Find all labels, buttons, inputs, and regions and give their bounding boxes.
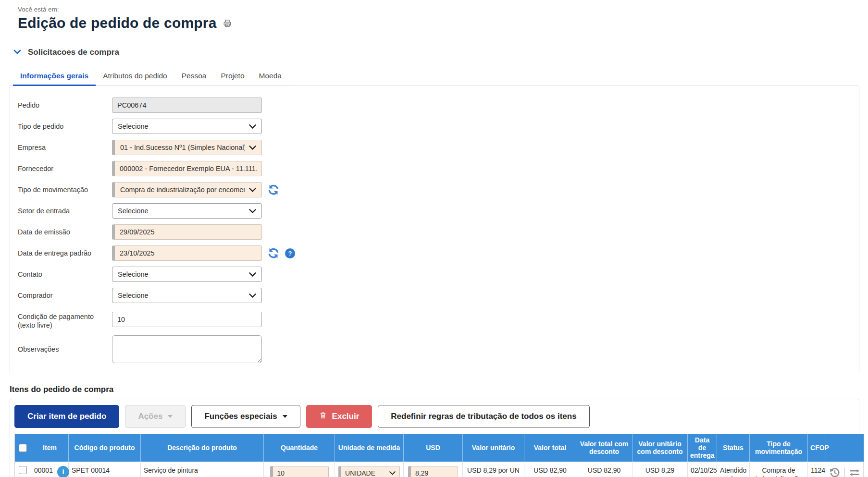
items-table: Item Código do produto Descrição do prod…: [14, 434, 864, 477]
tipo-pedido-value: Selecione: [118, 122, 149, 130]
chevron-down-icon: [249, 146, 256, 150]
refresh-data-entrega-button[interactable]: [267, 247, 280, 259]
chevron-down-icon: [13, 48, 21, 57]
create-item-button[interactable]: Criar item de pedido: [14, 405, 119, 428]
swap-arrows-icon[interactable]: [849, 467, 860, 477]
cell-item: 00001: [31, 462, 54, 477]
general-info-panel: Pedido Tipo de pedido Selecione Empresa …: [10, 86, 859, 373]
setor-entrada-label: Setor de entrada: [18, 203, 112, 219]
help-icon[interactable]: ?: [285, 248, 295, 258]
tab-moeda[interactable]: Moeda: [252, 67, 289, 86]
cell-data-entrega: 02/10/25: [688, 462, 717, 477]
tipo-movimentacao-select[interactable]: Compra de industrialização por encomenda: [112, 182, 262, 197]
chevron-down-icon: [389, 471, 396, 475]
redefine-tax-rules-label: Redefinir regras de tributação de todos …: [391, 412, 576, 421]
data-entrega-padrao-field[interactable]: [112, 245, 262, 261]
col-header-usd: USD: [404, 434, 463, 461]
printer-icon: [223, 22, 232, 29]
cell-descricao-produto: Serviço de pintura: [141, 462, 264, 477]
cell-valor-unitario-desconto: USD 8,29: [632, 462, 688, 477]
tab-atributos-do-pedido[interactable]: Atributos do pedido: [96, 67, 174, 86]
unidade-medida-value: UNIDADE: [345, 469, 375, 477]
empresa-label: Empresa: [18, 140, 112, 155]
empresa-select[interactable]: 01 - Ind.Sucesso Nº1 (Simples Nacional): [112, 140, 262, 155]
section-toggle-solicitacoes[interactable]: Solicitacoes de compra: [13, 48, 868, 57]
special-functions-dropdown-button[interactable]: Funções especiais: [191, 405, 300, 428]
data-emissao-label: Data de emissão: [18, 224, 112, 240]
col-header-actions: [826, 434, 864, 461]
select-all-checkbox[interactable]: [19, 444, 27, 452]
chevron-down-icon: [249, 209, 256, 213]
pedido-field[interactable]: [112, 98, 262, 113]
special-functions-label: Funções especiais: [204, 412, 277, 421]
fornecedor-field[interactable]: [112, 161, 262, 176]
refresh-movimentacao-button[interactable]: [267, 183, 280, 196]
observacoes-field[interactable]: [112, 335, 262, 363]
tipo-movimentacao-value: Compra de industrialização por encomenda: [120, 186, 245, 194]
cell-status: Atendido totalmente: [717, 462, 750, 477]
cell-valor-unitario: USD 8,29 por UN: [463, 462, 524, 477]
redefine-tax-rules-button[interactable]: Redefinir regras de tributação de todos …: [378, 405, 589, 428]
observacoes-label: Observações: [18, 335, 112, 363]
actions-dropdown-button[interactable]: Ações: [125, 405, 186, 428]
contato-value: Selecione: [118, 270, 149, 278]
page-title: Edição de pedido de compra: [18, 15, 217, 31]
condicao-pagamento-field[interactable]: [112, 312, 262, 327]
tab-informacoes-gerais[interactable]: Informações gerais: [13, 67, 96, 86]
tab-projeto[interactable]: Projeto: [213, 67, 251, 86]
print-button[interactable]: [222, 18, 233, 29]
col-header-data-entrega: Data de entrega: [688, 434, 717, 461]
delete-label: Excluir: [332, 412, 360, 421]
col-header-valor-unitario-desconto: Valor unitário com desconto: [632, 434, 688, 461]
cell-tipo-movimentacao: Compra de industrialização por encomenda: [750, 462, 808, 477]
comprador-select[interactable]: Selecione: [112, 288, 262, 303]
tipo-pedido-select[interactable]: Selecione: [112, 119, 262, 134]
col-header-valor-unitario: Valor unitário: [463, 434, 524, 461]
pedido-label: Pedido: [18, 98, 112, 113]
chevron-down-icon: [249, 272, 256, 277]
chevron-down-icon: [168, 415, 173, 418]
trash-icon: [319, 411, 327, 422]
row-checkbox[interactable]: [19, 466, 27, 474]
chevron-down-icon: [249, 124, 256, 129]
items-section: Criar item de pedido Ações Funções espec…: [10, 399, 859, 477]
col-header-unidade-medida: Unidade de medida: [335, 434, 404, 461]
unidade-medida-select[interactable]: UNIDADE: [338, 466, 400, 477]
col-header-codigo-produto: Código do produto: [69, 434, 141, 461]
info-icon[interactable]: i: [57, 466, 69, 477]
empresa-value: 01 - Ind.Sucesso Nº1 (Simples Nacional): [120, 144, 245, 151]
chevron-down-icon: [249, 294, 256, 298]
divider: [844, 467, 845, 477]
table-row: 00001 i SPET 00014 Serviço de pintura UN…: [15, 462, 864, 477]
tipo-pedido-label: Tipo de pedido: [18, 119, 112, 134]
breadcrumb: Você está em:: [18, 6, 868, 13]
delete-button[interactable]: Excluir: [306, 405, 372, 428]
contato-label: Contato: [18, 267, 112, 282]
history-icon[interactable]: [829, 467, 841, 477]
quantidade-input[interactable]: [270, 466, 329, 477]
usd-input[interactable]: [408, 466, 458, 477]
actions-label: Ações: [138, 412, 162, 421]
tab-pessoa[interactable]: Pessoa: [174, 67, 214, 86]
cell-valor-total: USD 82,90: [524, 462, 576, 477]
tabbar: Informações gerais Atributos do pedido P…: [13, 67, 859, 86]
col-header-descricao-produto: Descrição do produto: [141, 434, 264, 461]
cell-cfop: 1124: [808, 462, 826, 477]
col-header-item: Item: [31, 434, 69, 461]
table-header-row: Item Código do produto Descrição do prod…: [15, 434, 864, 461]
fornecedor-label: Fornecedor: [18, 161, 112, 176]
col-header-valor-total-desconto: Valor total com desconto: [576, 434, 632, 461]
comprador-value: Selecione: [118, 292, 149, 299]
section-title: Solicitacoes de compra: [28, 48, 119, 57]
cell-codigo-produto: SPET 00014: [69, 462, 141, 477]
col-header-tipo-movimentacao: Tipo de movimentação: [750, 434, 808, 461]
col-header-quantidade: Quantidade: [264, 434, 335, 461]
create-item-label: Criar item de pedido: [27, 412, 106, 421]
tipo-movimentacao-label: Tipo de movimentação: [18, 182, 112, 197]
condicao-pagamento-label: Condição de pagamento (texto livre): [18, 309, 112, 330]
data-emissao-field[interactable]: [112, 224, 262, 240]
contato-select[interactable]: Selecione: [112, 267, 262, 282]
setor-entrada-select[interactable]: Selecione: [112, 203, 262, 219]
col-header-cfop: CFOP: [808, 434, 826, 461]
items-section-title: Itens do pedido de compra: [10, 385, 868, 394]
